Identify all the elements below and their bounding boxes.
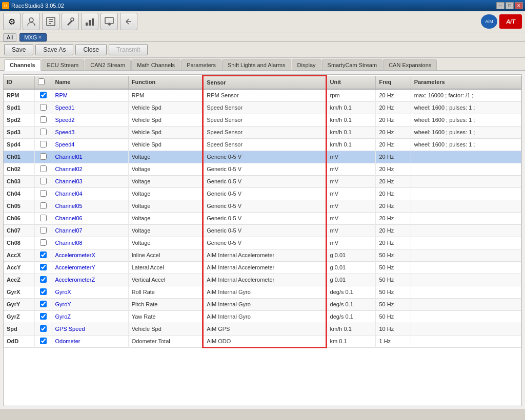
tab-can2-stream[interactable]: CAN2 Stream — [85, 59, 131, 70]
back-icon[interactable] — [120, 13, 137, 30]
cell-checkbox[interactable] — [34, 274, 52, 286]
tools-icon[interactable] — [62, 13, 79, 30]
row-checkbox[interactable] — [40, 301, 47, 307]
all-tab[interactable]: All — [3, 33, 16, 41]
table-row[interactable]: Ch06 Channel06 Voltage Generic 0-5 V mV … — [4, 212, 521, 224]
cell-checkbox[interactable] — [34, 249, 52, 261]
cell-function: Vertical Accel — [128, 274, 203, 286]
export-icon[interactable] — [100, 13, 118, 30]
row-checkbox[interactable] — [40, 104, 47, 111]
cell-checkbox[interactable] — [34, 237, 52, 249]
row-checkbox[interactable] — [40, 178, 47, 184]
col-function: Function — [128, 76, 203, 89]
table-row[interactable]: AccY AccelerometerY Lateral Accel AiM In… — [4, 261, 521, 274]
table-row[interactable]: GyrY GyroY Pitch Rate AiM Internal Gyro … — [4, 298, 521, 310]
table-row[interactable]: Spd GPS Speed Vehicle Spd AiM GPS km/h 0… — [4, 323, 521, 335]
row-checkbox[interactable] — [40, 153, 47, 160]
table-row[interactable]: AccX AccelerometerX Inline Accel AiM Int… — [4, 249, 521, 261]
row-checkbox[interactable] — [40, 276, 47, 283]
row-checkbox[interactable] — [40, 338, 47, 344]
row-checkbox[interactable] — [40, 92, 47, 98]
cell-checkbox[interactable] — [34, 187, 52, 200]
cell-checkbox[interactable] — [34, 212, 52, 224]
row-checkbox[interactable] — [40, 129, 47, 135]
cell-id: Ch03 — [4, 175, 34, 187]
cell-checkbox[interactable] — [34, 175, 52, 187]
mxg-tab-close[interactable]: ✕ — [38, 35, 42, 40]
cell-id: Ch01 — [4, 151, 34, 163]
cell-checkbox[interactable] — [34, 310, 52, 323]
cell-checkbox[interactable] — [34, 151, 52, 163]
row-checkbox[interactable] — [40, 190, 47, 197]
row-checkbox[interactable] — [40, 141, 47, 148]
table-row[interactable]: Ch02 Channel02 Voltage Generic 0-5 V mV … — [4, 163, 521, 175]
tab-parameters[interactable]: Parameters — [181, 59, 221, 70]
row-checkbox[interactable] — [40, 251, 47, 258]
tab-ecu-stream[interactable]: ECU Stream — [42, 59, 85, 70]
table-row[interactable]: Ch03 Channel03 Voltage Generic 0-5 V mV … — [4, 175, 521, 187]
cell-name: AccelerometerZ — [52, 274, 128, 286]
app-icon: R — [2, 2, 9, 9]
select-all-checkbox[interactable] — [38, 78, 45, 85]
tab-channels[interactable]: Channels — [4, 59, 41, 71]
tab-display[interactable]: Display — [292, 59, 321, 70]
table-row[interactable]: Ch05 Channel05 Voltage Generic 0-5 V mV … — [4, 200, 521, 212]
table-row[interactable]: GyrX GyroX Roll Rate AiM Internal Gyro d… — [4, 286, 521, 298]
save-as-button[interactable]: Save As — [35, 44, 73, 55]
tab-smartycam[interactable]: SmartyCam Stream — [322, 59, 383, 70]
cell-checkbox[interactable] — [34, 298, 52, 310]
row-checkbox[interactable] — [40, 227, 47, 234]
table-row[interactable]: Ch04 Channel04 Voltage Generic 0-5 V mV … — [4, 187, 521, 200]
row-checkbox[interactable] — [40, 313, 47, 320]
cell-checkbox[interactable] — [34, 335, 52, 347]
row-checkbox[interactable] — [40, 116, 47, 123]
table-row[interactable]: Ch08 Channel08 Voltage Generic 0-5 V mV … — [4, 237, 521, 249]
cell-checkbox[interactable] — [34, 126, 52, 138]
tab-shift-lights[interactable]: Shift Lights and Alarms — [222, 59, 291, 70]
table-row[interactable]: Spd1 Speed1 Vehicle Spd Speed Sensor km/… — [4, 101, 521, 114]
save-button[interactable]: Save — [4, 44, 33, 55]
cell-checkbox[interactable] — [34, 89, 52, 102]
cell-checkbox[interactable] — [34, 224, 52, 237]
cell-checkbox[interactable] — [34, 323, 52, 335]
cell-function: RPM — [128, 89, 203, 102]
row-checkbox[interactable] — [40, 202, 47, 209]
settings-icon[interactable]: ⚙ — [3, 13, 21, 30]
close-button[interactable]: Close — [75, 44, 107, 55]
table-row[interactable]: Spd3 Speed3 Vehicle Spd Speed Sensor km/… — [4, 126, 521, 138]
maximize-button[interactable]: □ — [506, 2, 514, 9]
tab-can-expansions[interactable]: CAN Expansions — [383, 59, 437, 70]
cell-params: max: 16000 ; factor: /1 ; — [411, 89, 521, 102]
row-checkbox[interactable] — [40, 264, 47, 270]
table-row[interactable]: RPM RPM RPM RPM Sensor rpm 20 Hz max: 16… — [4, 89, 521, 102]
table-row[interactable]: GyrZ GyroZ Yaw Rate AiM Internal Gyro de… — [4, 310, 521, 323]
chart-icon[interactable] — [81, 13, 98, 30]
row-checkbox[interactable] — [40, 239, 47, 246]
cell-checkbox[interactable] — [34, 101, 52, 114]
cell-checkbox[interactable] — [34, 261, 52, 274]
row-checkbox[interactable] — [40, 165, 47, 172]
config-icon[interactable] — [42, 13, 59, 30]
minimize-button[interactable]: ─ — [496, 2, 504, 9]
row-checkbox[interactable] — [40, 325, 47, 332]
cell-name: Channel07 — [52, 224, 128, 237]
cell-checkbox[interactable] — [34, 163, 52, 175]
table-row[interactable]: Spd4 Speed4 Vehicle Spd Speed Sensor km/… — [4, 138, 521, 151]
cell-freq: 20 Hz — [376, 237, 411, 249]
mxg-tab[interactable]: MXG ✕ — [19, 33, 47, 41]
cell-checkbox[interactable] — [34, 286, 52, 298]
row-checkbox[interactable] — [40, 288, 47, 295]
table-row[interactable]: Ch01 Channel01 Voltage Generic 0-5 V mV … — [4, 151, 521, 163]
tab-math-channels[interactable]: Math Channels — [131, 59, 180, 70]
profile-icon[interactable] — [23, 13, 40, 30]
cell-checkbox[interactable] — [34, 114, 52, 126]
table-row[interactable]: Ch07 Channel07 Voltage Generic 0-5 V mV … — [4, 224, 521, 237]
cell-checkbox[interactable] — [34, 200, 52, 212]
cell-checkbox[interactable] — [34, 138, 52, 151]
table-row[interactable]: Spd2 Speed2 Vehicle Spd Speed Sensor km/… — [4, 114, 521, 126]
window-close-button[interactable]: ✕ — [515, 2, 523, 9]
row-checkbox[interactable] — [40, 215, 47, 221]
table-row[interactable]: AccZ AccelerometerZ Vertical Accel AiM I… — [4, 274, 521, 286]
transmit-button[interactable]: Transmit — [109, 44, 148, 55]
table-row[interactable]: OdD Odometer Odometer Total AiM ODO km 0… — [4, 335, 521, 347]
